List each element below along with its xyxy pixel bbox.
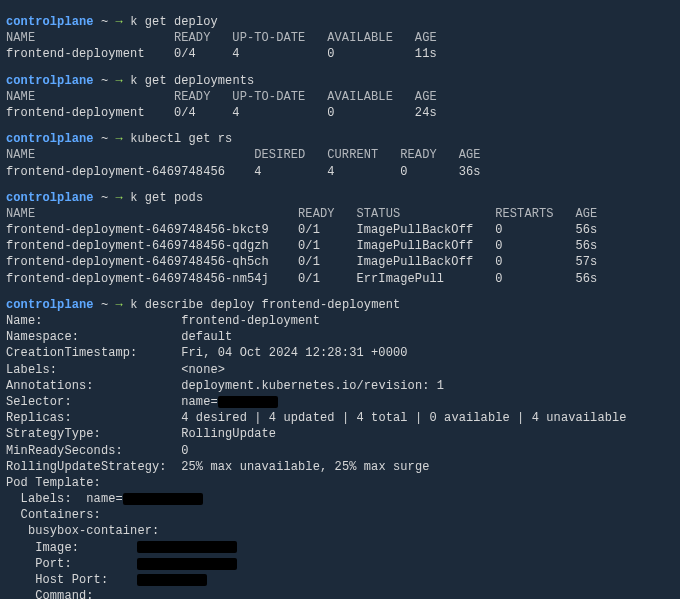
arrow-icon: → — [116, 132, 123, 146]
labels-text: Labels: name= — [6, 492, 123, 506]
tilde: ~ — [101, 132, 108, 146]
host: controlplane — [6, 74, 94, 88]
table-header: NAME READY UP-TO-DATE AVAILABLE AGE — [6, 89, 674, 105]
table-row: frontend-deployment-6469748456 4 4 0 36s — [6, 164, 674, 180]
table-header: NAME READY STATUS RESTARTS AGE — [6, 206, 674, 222]
kv-row: Selector: name= — [6, 394, 674, 410]
tilde: ~ — [101, 74, 108, 88]
prompt-line[interactable]: controlplane ~ → k get deploy — [6, 14, 674, 30]
containers-header: Containers: — [6, 507, 674, 523]
kv-row: Namespace: default — [6, 329, 674, 345]
kv-row: Replicas: 4 desired | 4 updated | 4 tota… — [6, 410, 674, 426]
hostport-row: Host Port: — [6, 572, 674, 588]
port-row: Port: — [6, 556, 674, 572]
redacted-block — [218, 396, 278, 408]
hostport-key: Host Port: — [6, 573, 108, 587]
port-key: Port: — [6, 557, 72, 571]
table-row: frontend-deployment 0/4 4 0 24s — [6, 105, 674, 121]
kv-key: CreationTimestamp: — [6, 346, 137, 360]
kv-row: Annotations: deployment.kubernetes.io/re… — [6, 378, 674, 394]
cmd-block-deployments: controlplane ~ → k get deployments NAME … — [6, 73, 674, 122]
kv-row: MinReadySeconds: 0 — [6, 443, 674, 459]
kv-value: deployment.kubernetes.io/revision: 1 — [181, 379, 444, 393]
kv-value: name= — [181, 395, 218, 409]
kv-value: 0 — [181, 444, 188, 458]
command-text: k get deploy — [130, 15, 218, 29]
command-text: k get deployments — [130, 74, 254, 88]
arrow-icon: → — [116, 191, 123, 205]
table-row: frontend-deployment-6469748456-nm54j 0/1… — [6, 271, 674, 287]
arrow-icon: → — [116, 74, 123, 88]
container-name: busybox-container: — [6, 523, 674, 539]
kv-key: Labels: — [6, 363, 57, 377]
command-text: k get pods — [130, 191, 203, 205]
kv-key: RollingUpdateStrategy: — [6, 460, 167, 474]
command-header: Command: — [6, 588, 674, 599]
kv-row: Labels: <none> — [6, 362, 674, 378]
prompt-line[interactable]: controlplane ~ → k get pods — [6, 190, 674, 206]
host: controlplane — [6, 191, 94, 205]
kv-value: 4 desired | 4 updated | 4 total | 0 avai… — [181, 411, 626, 425]
tilde: ~ — [101, 15, 108, 29]
pod-labels: Labels: name= — [6, 491, 674, 507]
cmd-block-rs: controlplane ~ → kubectl get rs NAME DES… — [6, 131, 674, 180]
kv-key: Replicas: — [6, 411, 72, 425]
kv-value: <none> — [181, 363, 225, 377]
prompt-line[interactable]: controlplane ~ → kubectl get rs — [6, 131, 674, 147]
kv-value: RollingUpdate — [181, 427, 276, 441]
command-text: kubectl get rs — [130, 132, 232, 146]
cmd-block-describe: controlplane ~ → k describe deploy front… — [6, 297, 674, 599]
table-header: NAME DESIRED CURRENT READY AGE — [6, 147, 674, 163]
table-row: frontend-deployment 0/4 4 0 11s — [6, 46, 674, 62]
kv-row: Name: frontend-deployment — [6, 313, 674, 329]
table-row: frontend-deployment-6469748456-bkct9 0/1… — [6, 222, 674, 238]
kv-value: 25% max unavailable, 25% max surge — [181, 460, 429, 474]
image-key: Image: — [6, 541, 79, 555]
arrow-icon: → — [116, 298, 123, 312]
kv-row: CreationTimestamp: Fri, 04 Oct 2024 12:2… — [6, 345, 674, 361]
tilde: ~ — [101, 298, 108, 312]
host: controlplane — [6, 132, 94, 146]
kv-value: Fri, 04 Oct 2024 12:28:31 +0000 — [181, 346, 407, 360]
prompt-line[interactable]: controlplane ~ → k describe deploy front… — [6, 297, 674, 313]
cmd-block-pods: controlplane ~ → k get pods NAME READY S… — [6, 190, 674, 287]
cmd-block-deploy: controlplane ~ → k get deploy NAME READY… — [6, 14, 674, 63]
kv-row: RollingUpdateStrategy: 25% max unavailab… — [6, 459, 674, 475]
kv-key: Annotations: — [6, 379, 94, 393]
kv-key: Selector: — [6, 395, 72, 409]
kv-row: StrategyType: RollingUpdate — [6, 426, 674, 442]
kv-value: frontend-deployment — [181, 314, 320, 328]
redacted-block — [137, 541, 237, 553]
image-row: Image: — [6, 540, 674, 556]
kv-key: StrategyType: — [6, 427, 101, 441]
prompt-line[interactable]: controlplane ~ → k get deployments — [6, 73, 674, 89]
redacted-block — [137, 558, 237, 570]
table-row: frontend-deployment-6469748456-qdgzh 0/1… — [6, 238, 674, 254]
pod-template-header: Pod Template: — [6, 475, 674, 491]
kv-key: Namespace: — [6, 330, 79, 344]
arrow-icon: → — [116, 15, 123, 29]
redacted-block — [137, 574, 207, 586]
host: controlplane — [6, 298, 94, 312]
kv-key: Name: — [6, 314, 43, 328]
command-text: k describe deploy frontend-deployment — [130, 298, 400, 312]
kv-key: MinReadySeconds: — [6, 444, 123, 458]
table-row: frontend-deployment-6469748456-qh5ch 0/1… — [6, 254, 674, 270]
kv-value: default — [181, 330, 232, 344]
redacted-block — [123, 493, 203, 505]
tilde: ~ — [101, 191, 108, 205]
host: controlplane — [6, 15, 94, 29]
table-header: NAME READY UP-TO-DATE AVAILABLE AGE — [6, 30, 674, 46]
